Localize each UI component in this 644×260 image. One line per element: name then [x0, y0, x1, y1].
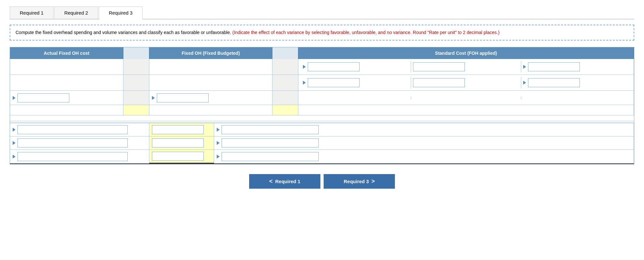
standard-cell-1	[298, 59, 634, 75]
prev-arrow: <	[269, 178, 273, 185]
triangle-icon-1c	[523, 65, 526, 69]
std-sub-3a	[301, 97, 411, 99]
gap-cell-3	[123, 75, 149, 90]
variance-type-2	[214, 136, 634, 149]
variance-amount-3	[149, 150, 214, 163]
next-arrow: >	[372, 178, 375, 185]
variance-amount-1	[149, 123, 214, 136]
std-sub-2c	[521, 77, 631, 89]
std-sub-1c	[521, 61, 631, 73]
gap-cell-5	[123, 91, 149, 105]
table-header-row: Actual Fixed OH cost Fixed OH (Fixed Bud…	[10, 47, 634, 59]
table-row	[10, 75, 634, 91]
std-sub-3b	[411, 97, 521, 99]
gap-header-2	[272, 47, 298, 59]
tab-required-3[interactable]: Required 3	[99, 6, 143, 19]
variance-label-input-2[interactable]	[17, 138, 128, 148]
std-sub-1a	[301, 61, 411, 73]
prev-button-label: Required 1	[275, 179, 300, 184]
instruction-red: (Indicate the effect of each variance by…	[231, 30, 499, 35]
main-table: Actual Fixed OH cost Fixed OH (Fixed Bud…	[10, 47, 634, 164]
triangle-icon-type-2	[217, 141, 220, 145]
tab-bar: Required 1 Required 2 Required 3	[10, 6, 634, 19]
triangle-icon-2a	[303, 81, 306, 85]
tab-required-2[interactable]: Required 2	[54, 6, 98, 19]
fixed-cell-1	[149, 59, 272, 75]
variance-label-3	[10, 150, 149, 163]
triangle-icon-type-3	[217, 155, 220, 159]
variance-amount-2	[149, 136, 214, 149]
variance-row-1	[10, 123, 634, 136]
variance-type-input-1[interactable]	[222, 125, 319, 134]
tab-required-1[interactable]: Required 1	[10, 6, 53, 19]
prev-button[interactable]: < Required 1	[249, 174, 320, 189]
standard-cell-3	[298, 91, 634, 105]
variance-label-input-1[interactable]	[17, 125, 128, 134]
standard-cell-2	[298, 75, 634, 90]
nav-buttons: < Required 1 Required 3 >	[10, 174, 634, 189]
variance-type-3	[214, 150, 634, 163]
variance-section	[10, 123, 634, 164]
variance-label-input-3[interactable]	[17, 152, 128, 161]
triangle-icon-actual-3	[13, 96, 16, 100]
triangle-icon-type-1	[217, 128, 220, 132]
header-standard: Standard Cost (FOH applied)	[298, 47, 634, 59]
variance-label-2	[10, 136, 149, 149]
actual-input-3[interactable]	[17, 93, 69, 102]
fixed-cell-2	[149, 75, 272, 90]
std-input-1b[interactable]	[413, 62, 465, 71]
triangle-icon-2c	[523, 81, 526, 85]
fixed-input-3[interactable]	[157, 93, 209, 102]
std-sub-3c	[521, 97, 631, 99]
std-input-2c[interactable]	[528, 78, 580, 87]
fixed-gap	[149, 105, 272, 115]
actual-gap	[10, 105, 123, 115]
triangle-icon-fixed-3	[152, 96, 155, 100]
std-input-2b[interactable]	[413, 78, 465, 87]
variance-type-input-2[interactable]	[222, 138, 319, 148]
actual-cell-1	[10, 59, 123, 75]
table-row	[10, 91, 634, 105]
gap-cell-2	[272, 59, 298, 75]
variance-amount-input-3[interactable]	[152, 152, 204, 161]
variance-amount-input-2[interactable]	[152, 138, 204, 148]
actual-cell-2	[10, 75, 123, 90]
variance-amount-input-1[interactable]	[152, 125, 204, 134]
yellow-gap-row	[10, 105, 634, 115]
triangle-icon-var-1	[13, 128, 16, 132]
variance-type-1	[214, 123, 634, 136]
header-actual: Actual Fixed OH cost	[10, 47, 123, 59]
gap-cell-4	[272, 75, 298, 90]
variance-label-1	[10, 123, 149, 136]
actual-cell-3	[10, 91, 123, 105]
std-sub-2b	[411, 77, 521, 89]
gap-header-1	[123, 47, 149, 59]
std-input-1a[interactable]	[308, 62, 360, 71]
variance-row-3	[10, 150, 634, 164]
triangle-icon-var-2	[13, 141, 16, 145]
std-sub-2a	[301, 77, 411, 89]
gap-cell-1	[123, 59, 149, 75]
next-button[interactable]: Required 3 >	[324, 174, 395, 189]
std-sub-1b	[411, 61, 521, 73]
gap-cell-6	[272, 91, 298, 105]
table-row	[10, 59, 634, 75]
triangle-icon-var-3	[13, 155, 16, 159]
std-input-1c[interactable]	[528, 62, 580, 71]
triangle-icon-1a	[303, 65, 306, 69]
variance-row-2	[10, 136, 634, 150]
instruction-box: Compute the fixed overhead spending and …	[10, 25, 634, 41]
variance-type-input-3[interactable]	[222, 152, 319, 161]
header-fixed: Fixed OH (Fixed Budgeted)	[149, 47, 272, 59]
fixed-cell-3	[149, 91, 272, 105]
next-button-label: Required 3	[344, 179, 369, 184]
gap-yellow-1	[123, 105, 149, 115]
instruction-main: Compute the fixed overhead spending and …	[16, 30, 231, 35]
standard-gap	[298, 105, 634, 115]
std-input-2a[interactable]	[308, 78, 360, 87]
gap-yellow-2	[272, 105, 298, 115]
separator	[10, 115, 634, 121]
